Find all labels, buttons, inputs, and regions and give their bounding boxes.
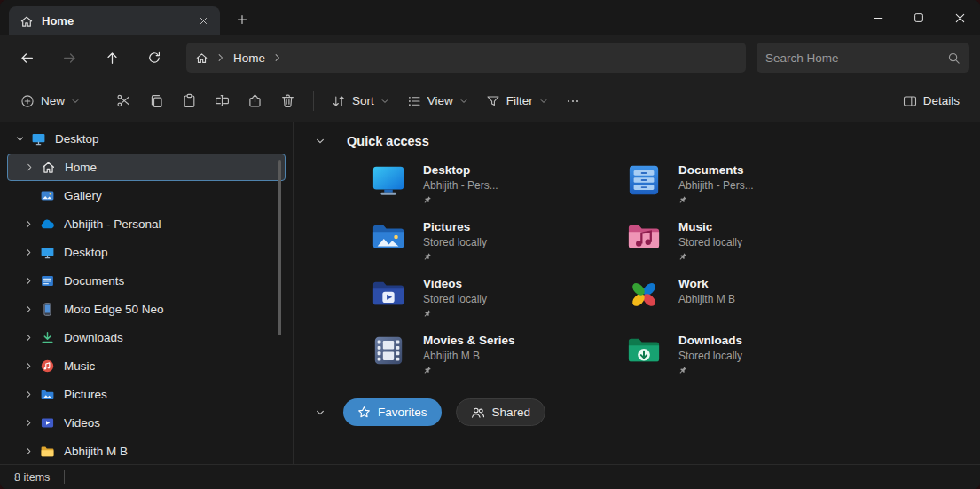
pin-icon <box>423 195 432 204</box>
tile-documents[interactable]: Documents Abhijith - Pers... <box>627 163 882 208</box>
chevron-right-icon[interactable] <box>20 162 38 172</box>
file-explorer-window: Home <box>0 0 980 489</box>
pin-icon <box>423 366 432 375</box>
details-pane-icon <box>903 94 917 108</box>
music-tile-icon <box>627 220 661 254</box>
tile-name: Downloads <box>678 334 742 348</box>
share-button[interactable] <box>239 86 270 116</box>
title-bar: Home <box>0 0 980 35</box>
tile-pictures[interactable]: Pictures Stored locally <box>372 220 627 264</box>
search-input[interactable] <box>765 51 942 65</box>
tile-name: Pictures <box>423 220 487 234</box>
forward-icon[interactable] <box>53 42 85 74</box>
chevron-right-icon[interactable] <box>20 418 37 428</box>
sidebar-item-onedrive-personal[interactable]: Abhijith - Personal <box>7 210 286 238</box>
tile-downloads[interactable]: Downloads Stored locally <box>627 334 882 378</box>
refresh-icon[interactable] <box>138 42 170 74</box>
chevron-right-icon[interactable] <box>216 52 226 63</box>
phone-icon <box>39 302 55 317</box>
sort-button[interactable]: Sort <box>324 86 397 116</box>
tile-videos[interactable]: Videos Stored locally <box>372 277 627 321</box>
tile-music[interactable]: Music Stored locally <box>627 220 882 264</box>
new-button[interactable]: New <box>12 86 88 116</box>
tile-subtitle: Stored locally <box>678 236 742 248</box>
chevron-down-icon[interactable] <box>313 136 327 146</box>
tile-subtitle: Stored locally <box>423 293 487 305</box>
details-button[interactable]: Details <box>895 86 968 116</box>
chevron-down-icon <box>380 97 389 106</box>
tile-movies-series[interactable]: Movies & Series Abhijith M B <box>372 334 627 378</box>
delete-button[interactable] <box>272 86 303 116</box>
more-options-button[interactable] <box>558 86 588 116</box>
sidebar-item-label: Home <box>65 161 97 174</box>
toolbar-divider <box>98 91 98 111</box>
close-icon[interactable] <box>939 0 980 35</box>
sidebar-item-pictures[interactable]: Pictures <box>7 381 286 408</box>
videos-tile-icon <box>372 277 405 311</box>
sidebar-item-label: Music <box>64 359 95 373</box>
pin-icon <box>423 309 432 318</box>
rename-button[interactable] <box>207 86 238 116</box>
minimize-icon[interactable] <box>858 0 898 35</box>
sidebar-item-desktop-root[interactable]: Desktop <box>7 125 286 153</box>
chevron-right-icon[interactable] <box>20 219 37 229</box>
movies-tile-icon <box>372 334 405 367</box>
chevron-right-icon[interactable] <box>20 390 37 399</box>
chevron-down-icon <box>539 97 548 106</box>
paste-icon <box>182 93 197 108</box>
sidebar-item-documents[interactable]: Documents <box>7 267 286 295</box>
quick-access-header: Quick access <box>313 134 980 148</box>
chevron-right-icon[interactable] <box>20 446 37 456</box>
view-button-label: View <box>427 94 453 107</box>
chevron-down-icon[interactable] <box>11 134 28 144</box>
cut-icon <box>116 93 131 108</box>
sidebar-item-phone[interactable]: Moto Edge 50 Neo <box>7 296 286 323</box>
breadcrumb-segment[interactable]: Home <box>233 51 265 65</box>
chevron-right-icon[interactable] <box>20 333 37 343</box>
sidebar-scrollbar[interactable] <box>278 160 281 335</box>
documents-tile-icon <box>627 163 661 197</box>
back-icon[interactable] <box>11 42 43 74</box>
sidebar-item-desktop[interactable]: Desktop <box>7 239 286 266</box>
address-bar[interactable]: Home <box>186 43 746 73</box>
shared-pill-button[interactable]: Shared <box>456 398 546 426</box>
up-icon[interactable] <box>96 42 128 74</box>
chevron-right-icon[interactable] <box>20 304 37 314</box>
tab-home[interactable]: Home <box>9 6 220 35</box>
favorites-pill-button[interactable]: Favorites <box>343 398 442 426</box>
chevron-right-icon[interactable] <box>20 276 37 286</box>
tile-desktop[interactable]: Desktop Abhijith - Pers... <box>372 163 627 208</box>
cut-button[interactable] <box>108 86 139 116</box>
chevron-right-icon[interactable] <box>20 248 37 257</box>
tile-name: Documents <box>678 163 754 177</box>
sidebar-item-user-folder[interactable]: Abhijith M B <box>7 438 286 465</box>
people-icon <box>471 406 485 420</box>
sidebar-item-gallery[interactable]: Gallery <box>7 182 286 209</box>
new-tab-plus-icon[interactable] <box>229 7 255 32</box>
tile-work[interactable]: Work Abhijith M B <box>627 277 882 321</box>
chevron-right-icon[interactable] <box>272 52 283 63</box>
filter-button[interactable]: Filter <box>478 86 556 116</box>
sidebar-item-label: Moto Edge 50 Neo <box>64 303 164 316</box>
folder-icon <box>39 444 55 459</box>
details-button-label: Details <box>923 94 960 107</box>
maximize-icon[interactable] <box>898 0 939 35</box>
sidebar-item-music[interactable]: Music <box>7 352 286 380</box>
main-pane: Quick access Desktop Abhijith - Pers... <box>294 122 980 464</box>
pin-icon <box>678 252 687 261</box>
tab-title: Home <box>42 14 184 28</box>
chevron-right-icon[interactable] <box>20 361 37 371</box>
pin-icon <box>678 195 687 204</box>
paste-button[interactable] <box>174 86 205 116</box>
chevron-down-icon[interactable] <box>313 407 327 418</box>
sidebar-item-label: Abhijith - Personal <box>64 217 161 231</box>
sidebar-item-home[interactable]: Home <box>7 154 286 181</box>
sidebar-item-videos[interactable]: Videos <box>7 409 286 437</box>
copy-button[interactable] <box>141 86 172 116</box>
view-button[interactable]: View <box>399 86 476 116</box>
downloads-arrow-icon <box>39 330 55 345</box>
sidebar-item-downloads[interactable]: Downloads <box>7 324 286 351</box>
tab-close-icon[interactable] <box>192 11 215 32</box>
sidebar-item-label: Pictures <box>64 388 107 401</box>
tile-name: Videos <box>423 277 487 291</box>
